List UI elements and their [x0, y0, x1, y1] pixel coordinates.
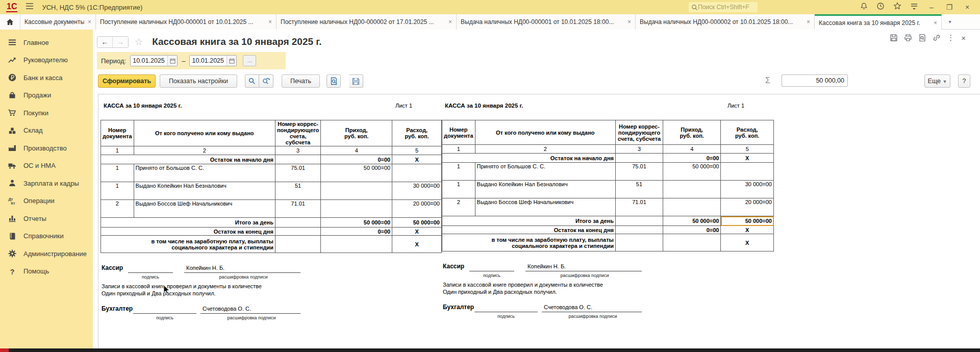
tab-close-icon[interactable]: ×: [88, 18, 91, 26]
sidebar-item-справочники[interactable]: Справочники: [0, 228, 93, 245]
rashod-cell[interactable]: [721, 163, 774, 181]
cassa-title[interactable]: КАССА за 10 января 2025 г.: [104, 103, 182, 109]
rashod-cell[interactable]: X: [392, 155, 442, 164]
column-header[interactable]: Номер коррес- пондирующего счета, субсче…: [275, 120, 320, 146]
sheet-label[interactable]: Лист 1: [727, 103, 744, 109]
account-cell[interactable]: [275, 218, 320, 228]
close-tab-button[interactable]: ×: [961, 34, 966, 42]
more-button[interactable]: Еще ▼: [924, 74, 950, 88]
account-cell[interactable]: [275, 155, 320, 164]
account-cell[interactable]: 51: [616, 181, 663, 198]
tab-close-icon[interactable]: ×: [807, 18, 810, 26]
column-number[interactable]: 4: [321, 146, 392, 155]
column-number[interactable]: 1: [442, 145, 475, 154]
sidebar-item-главное[interactable]: Главное: [0, 34, 93, 52]
prihod-cell[interactable]: 50 000=00: [663, 163, 720, 181]
accountant-name[interactable]: Счетоводова О. С.: [544, 304, 592, 310]
account-cell[interactable]: [616, 216, 663, 226]
period-to-input[interactable]: [190, 56, 227, 66]
prihod-cell[interactable]: 0=00: [663, 226, 720, 234]
sidebar-item-ос-и-нма[interactable]: ОС и НМА: [0, 157, 93, 175]
show-settings-button[interactable]: Показать настройки: [160, 74, 237, 88]
calendar-icon[interactable]: [167, 56, 177, 66]
prihod-cell[interactable]: [663, 181, 720, 198]
verify-text[interactable]: Один приходный и Два расходных получил.: [443, 289, 557, 295]
document-tab[interactable]: Выдача наличных НД00-000001 от 10.01.202…: [457, 14, 636, 30]
find-button[interactable]: [245, 74, 259, 88]
nav-back-button[interactable]: ←: [97, 37, 113, 47]
more-actions-icon[interactable]: ⋮: [947, 33, 954, 42]
global-search[interactable]: [689, 2, 758, 12]
doc-text-cell[interactable]: Выдано Копейкин Нал Безналович: [134, 182, 275, 200]
row-label-cell[interactable]: Остаток на конец дня: [101, 228, 275, 236]
document-tab[interactable]: Кассовая книга за 10 января 2025 г.×: [815, 14, 942, 30]
sidebar-item-зарплата-и-кадры[interactable]: Зарплата и кадры: [0, 174, 93, 192]
tab-close-icon[interactable]: ×: [448, 18, 452, 26]
column-number[interactable]: 5: [392, 146, 442, 155]
row-label-cell[interactable]: в том числе на заработную плату, выплаты…: [442, 234, 616, 252]
rashod-cell[interactable]: X: [392, 236, 442, 253]
prihod-cell[interactable]: [663, 234, 720, 252]
verify-text[interactable]: Записи в кассовой книге проверил и докум…: [443, 282, 603, 288]
print-icon[interactable]: [904, 34, 912, 42]
verify-text[interactable]: Записи в кассовой книге проверил и докум…: [102, 283, 262, 289]
account-cell[interactable]: [275, 236, 320, 253]
add-favorite-star-icon[interactable]: ☆: [135, 36, 143, 47]
cashier-name[interactable]: Копейкин Н. Б.: [186, 265, 224, 271]
sidebar-item-администрирование[interactable]: Администрирование: [0, 245, 93, 263]
rashod-cell[interactable]: X: [721, 234, 774, 252]
cashbook-table[interactable]: Номер документаОт кого получено или кому…: [442, 120, 774, 252]
accountant-name[interactable]: Счетоводова О. С.: [203, 306, 251, 312]
account-cell[interactable]: [616, 226, 663, 234]
service-menu-icon[interactable]: [910, 2, 918, 12]
doc-number-cell[interactable]: 1: [101, 182, 134, 200]
spreadsheet-document[interactable]: КАССА за 10 января 2025 г.Лист 1Номер до…: [98, 94, 980, 348]
row-label-cell[interactable]: Остаток на начало дня: [442, 154, 616, 163]
column-number[interactable]: 1: [101, 146, 134, 155]
minimize-button[interactable]: –: [927, 3, 936, 11]
prihod-cell[interactable]: [321, 236, 392, 253]
document-tab[interactable]: Поступление наличных НД00-000001 от 10.0…: [96, 14, 277, 30]
prihod-cell[interactable]: 50 000=00: [663, 216, 720, 226]
account-cell[interactable]: 71.01: [275, 200, 320, 218]
cassa-title[interactable]: КАССА за 10 января 2025 г.: [445, 103, 523, 109]
rashod-cell[interactable]: 20 000=00: [721, 198, 774, 216]
get-link-icon[interactable]: [933, 34, 940, 42]
document-tab[interactable]: Выдача наличных НД00-000002 от 10.01.202…: [636, 14, 815, 30]
doc-number-cell[interactable]: 1: [101, 164, 134, 182]
rashod-cell[interactable]: 50 000=00: [392, 218, 442, 228]
generate-button[interactable]: Сформировать: [98, 74, 156, 88]
prihod-cell[interactable]: 0=00: [663, 154, 720, 163]
print-preview-icon[interactable]: [918, 34, 926, 42]
doc-number-cell[interactable]: 1: [442, 163, 475, 181]
column-header[interactable]: Номер документа: [101, 120, 134, 146]
cashier-name[interactable]: Копейкин Н. Б.: [527, 263, 566, 269]
sidebar-item-склад[interactable]: Склад: [0, 122, 93, 140]
row-label-cell[interactable]: Итого за день: [442, 216, 616, 226]
doc-text-cell[interactable]: Выдано Боссов Шеф Начальникович: [475, 198, 615, 216]
doc-number-cell[interactable]: 2: [442, 198, 475, 216]
sidebar-item-отчеты[interactable]: Отчеты: [0, 210, 93, 228]
sheet-label[interactable]: Лист 1: [395, 103, 412, 109]
history-icon[interactable]: [876, 2, 885, 12]
save-button[interactable]: [349, 74, 363, 88]
row-label-cell[interactable]: Остаток на начало дня: [101, 155, 275, 164]
doc-number-cell[interactable]: 2: [101, 200, 134, 218]
calendar-icon[interactable]: [227, 56, 236, 66]
taskbar-app-icon[interactable]: [0, 348, 9, 352]
cashier-label[interactable]: Кассир: [443, 263, 464, 270]
prihod-cell[interactable]: 0=00: [321, 155, 392, 164]
prihod-cell[interactable]: 50 000=00: [321, 218, 392, 228]
account-cell[interactable]: 75.01: [616, 163, 663, 181]
account-cell[interactable]: [616, 234, 663, 252]
column-number[interactable]: 2: [134, 146, 275, 155]
autosum-field[interactable]: [782, 74, 848, 87]
row-label-cell[interactable]: Итого за день: [101, 218, 275, 228]
nav-forward-button[interactable]: →: [113, 37, 128, 47]
accountant-label[interactable]: Бухгалтер: [443, 304, 474, 311]
column-header[interactable]: От кого получено или кому выдано: [134, 120, 275, 146]
column-header[interactable]: От кого получено или кому выдано: [475, 120, 615, 145]
search-input[interactable]: [698, 4, 754, 11]
column-number[interactable]: 2: [475, 145, 615, 154]
tab-home[interactable]: [0, 14, 20, 30]
